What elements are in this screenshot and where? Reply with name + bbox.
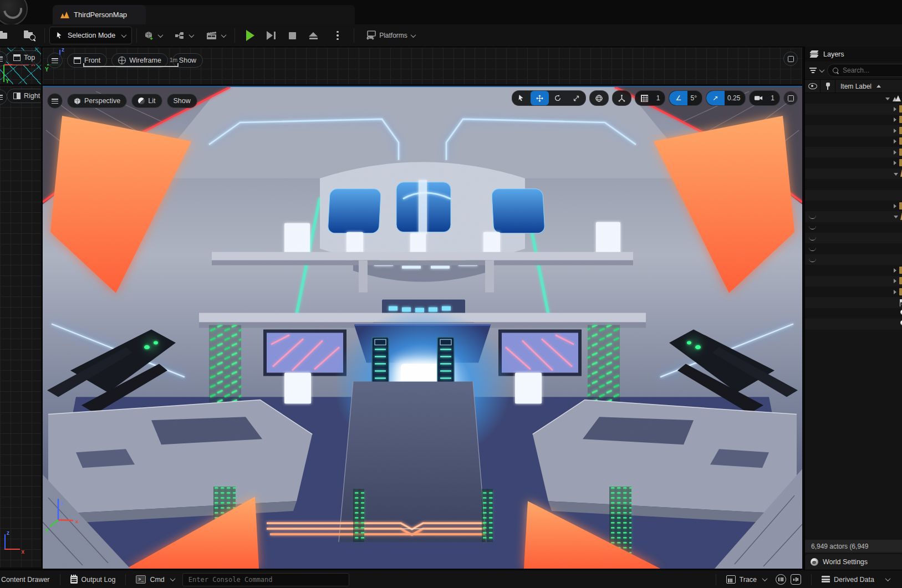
move-tool-button[interactable] (531, 91, 549, 105)
frame-skip-button[interactable] (261, 27, 282, 44)
outliner-row[interactable]: ThirdP (805, 93, 902, 104)
eject-button[interactable] (303, 27, 324, 44)
pin-column[interactable] (821, 80, 835, 93)
expander-arrow-icon[interactable] (894, 216, 898, 218)
console-input[interactable] (187, 575, 344, 584)
viewport-top-label[interactable]: Top (7, 50, 41, 65)
scale-snap-value[interactable]: 0.25 (725, 91, 745, 105)
rotate-tool-button[interactable] (549, 91, 567, 105)
expander-arrow-icon[interactable] (894, 204, 896, 208)
search-input[interactable] (842, 66, 899, 75)
rotation-snap-value[interactable]: 5° (687, 91, 701, 105)
perspective-dropdown[interactable]: Perspective (67, 94, 127, 108)
outliner-row[interactable]: L (805, 179, 902, 190)
expander-arrow-icon[interactable] (894, 129, 896, 133)
outliner-row[interactable]: CVF (805, 147, 902, 157)
outliner-row[interactable]: Ll (805, 190, 902, 201)
eye-closed-icon[interactable] (805, 247, 820, 251)
scale-tool-button[interactable] (567, 91, 585, 105)
insights-button[interactable] (771, 574, 791, 585)
expander-arrow-icon[interactable] (894, 107, 896, 111)
viewport-right-label[interactable]: Right (7, 89, 41, 103)
platforms-dropdown[interactable]: Platforms (363, 27, 417, 44)
chevron-down-icon[interactable] (819, 67, 825, 73)
cinematics-button[interactable] (203, 27, 228, 44)
eye-closed-icon[interactable] (805, 258, 820, 262)
viewport-top[interactable]: X Y Top (0, 48, 41, 84)
outliner-row[interactable]: Util (805, 265, 902, 275)
world-settings-tab[interactable]: World Settings (805, 554, 902, 570)
snapshot-button[interactable] (791, 574, 806, 585)
save-button[interactable] (0, 27, 13, 44)
play-options-button[interactable] (327, 27, 348, 44)
outliner-row[interactable]: Con (805, 104, 902, 114)
show-dropdown[interactable]: Show (167, 94, 197, 108)
outliner-row[interactable]: UUI (805, 276, 902, 287)
content-drawer-button[interactable]: Content Drawer (0, 576, 54, 584)
world-transform-button[interactable] (590, 91, 608, 105)
visibility-column[interactable] (805, 80, 821, 93)
viewport-menu-button[interactable] (47, 93, 63, 109)
stop-button[interactable] (282, 27, 303, 44)
blueprints-button[interactable] (172, 27, 196, 44)
viewport-front[interactable]: z Y Front Wireframe Show 1m (43, 48, 802, 84)
outliner-row[interactable]: UUI (805, 287, 902, 297)
expander-arrow-icon[interactable] (894, 161, 896, 165)
lit-dropdown[interactable]: Lit (131, 94, 162, 108)
tab-thirdpersonmap[interactable]: ThirdPersonMap (53, 5, 146, 24)
surface-snapping-button[interactable] (613, 91, 631, 105)
outliner-row[interactable]: C (805, 254, 902, 265)
outliner-row[interactable]: Dec (805, 157, 902, 168)
selection-mode-dropdown[interactable]: Selection Mode (49, 27, 132, 44)
expander-arrow-icon[interactable] (885, 98, 890, 100)
maximize-viewport-button[interactable] (783, 91, 798, 105)
expander-arrow-icon[interactable] (894, 279, 896, 283)
outliner-row[interactable]: CTS (805, 115, 902, 125)
layers-panel-header[interactable]: Layers (805, 47, 902, 62)
expander-arrow-icon[interactable] (894, 139, 896, 144)
scale-snap-button[interactable]: ↗ (706, 91, 725, 105)
viewport-right[interactable]: Right z x (0, 86, 41, 567)
outliner-row[interactable]: Wor (805, 319, 902, 329)
camera-speed-value[interactable]: 1 (768, 91, 779, 105)
outliner-row[interactable]: CTS (805, 125, 902, 136)
select-tool-button[interactable] (512, 91, 531, 105)
expander-arrow-icon[interactable] (894, 268, 896, 273)
outliner-row[interactable]: Play (805, 297, 902, 308)
viewport-perspective[interactable]: zyx Perspective Lit Show (43, 86, 802, 569)
content-browser-button[interactable] (19, 27, 40, 44)
outliner-row[interactable]: Cus (805, 136, 902, 147)
viewport-menu-button[interactable] (47, 53, 63, 68)
console-command-field[interactable] (182, 573, 349, 586)
eye-closed-icon[interactable] (805, 236, 820, 241)
viewport-menu-button[interactable] (0, 89, 7, 105)
maximize-viewport-button[interactable] (783, 52, 798, 66)
expander-arrow-icon[interactable] (894, 117, 896, 122)
expander-arrow-icon[interactable] (894, 150, 896, 155)
cmd-dropdown[interactable]: >_ Cmd (131, 575, 179, 584)
outliner-row[interactable]: Wor (805, 308, 902, 319)
camera-speed-button[interactable] (750, 91, 768, 105)
add-actor-button[interactable]: + (141, 27, 165, 44)
rotation-snap-button[interactable]: ∠ (669, 91, 687, 105)
outliner-row[interactable]: Ligh (805, 201, 902, 211)
outliner-empty-area[interactable] (805, 330, 902, 540)
filter-icon[interactable] (809, 68, 817, 73)
play-button[interactable] (239, 27, 261, 44)
outliner-row[interactable]: B (805, 243, 902, 254)
grid-snap-button[interactable] (635, 91, 654, 105)
outliner-row[interactable]: Play (805, 211, 902, 222)
eye-closed-icon[interactable] (805, 214, 820, 219)
grid-snap-value[interactable]: 1 (654, 91, 665, 105)
outliner-row[interactable]: B (805, 233, 902, 243)
item-label-column[interactable]: Item Label (835, 83, 881, 90)
expander-arrow-icon[interactable] (894, 290, 896, 294)
trace-dropdown[interactable]: Trace (722, 575, 772, 584)
eye-closed-icon[interactable] (805, 225, 820, 229)
derived-data-dropdown[interactable]: Derived Data (817, 576, 894, 584)
search-box[interactable] (827, 64, 902, 77)
outliner-row[interactable]: LBa (805, 168, 902, 179)
outliner-row[interactable]: B (805, 222, 902, 233)
output-log-button[interactable]: Output Log (66, 576, 120, 584)
unreal-logo[interactable] (0, 0, 28, 25)
